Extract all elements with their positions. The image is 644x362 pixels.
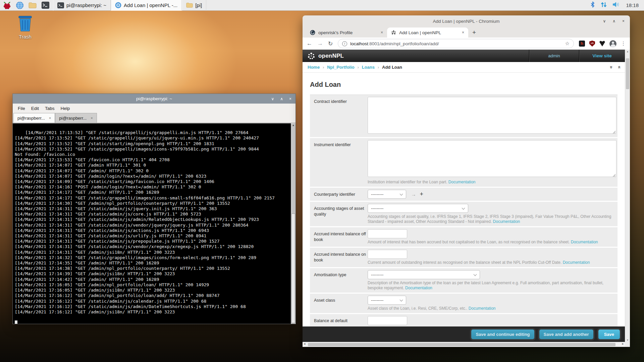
tab-close-icon[interactable]: × [462, 30, 464, 35]
address-bar[interactable]: i localhost:8001/admin/npl_portfolio/loa… [338, 39, 574, 48]
taskbar-window-terminal[interactable]: pi@raspberrypi: ~ [53, 0, 111, 11]
privacy-badger-icon[interactable] [599, 41, 605, 47]
tab-close-icon[interactable]: × [91, 116, 93, 120]
bookmark-star-icon[interactable]: ☆ [565, 41, 570, 47]
menu-help[interactable]: Help [58, 106, 73, 111]
terminal-output-area[interactable]: [14/Mar/2021 17:13:52] "GET /static/grap… [13, 123, 296, 324]
tab-close-icon[interactable]: × [49, 116, 51, 120]
browser-close-icon[interactable]: × [622, 19, 625, 23]
form-row-contract-identifier: Contract identifier [310, 95, 618, 138]
brand-name: openNPL [318, 53, 344, 59]
goto-related-icon[interactable]: → [411, 191, 416, 197]
resize-grip-icon[interactable] [612, 174, 615, 177]
scroll-up-icon[interactable]: ▲ [625, 50, 630, 53]
documentation-link[interactable]: Documentation [563, 260, 590, 265]
terminal-cursor [15, 320, 17, 324]
balance-at-default-input[interactable] [368, 316, 407, 325]
page-horizontal-scrollbar[interactable]: ◀ ▶ [303, 342, 625, 347]
expand-all-icon[interactable]: » [615, 66, 621, 68]
menu-tabs[interactable]: Tabs [42, 106, 58, 111]
form-main: Add Loan Contract identifier Instrument … [303, 73, 625, 328]
amortisation-type-select[interactable]: --------- [368, 270, 480, 279]
ublock-origin-icon[interactable]: ub [589, 41, 595, 47]
file-manager-launcher-icon[interactable] [28, 1, 37, 10]
back-icon[interactable]: ← [307, 40, 312, 47]
scroll-right-icon[interactable]: ▶ [622, 343, 624, 345]
documentation-link[interactable]: Documentation [469, 306, 496, 311]
horizontal-scrollbar-thumb[interactable] [308, 343, 615, 346]
save-button[interactable]: Save [598, 329, 620, 339]
terminal-tab-label: pi@raspberr... [59, 116, 87, 121]
documentation-link[interactable]: Documentation [448, 180, 476, 184]
asset-class-select[interactable]: --------- [368, 296, 406, 305]
taskbar-window-filemanager[interactable]: [pi] [182, 0, 206, 11]
site-header: openNPL admin View site [303, 50, 625, 62]
terminal-tab-1[interactable]: pi@raspberr... × [13, 113, 55, 123]
menu-file[interactable]: File [15, 106, 28, 111]
scroll-down-icon[interactable]: ▼ [625, 339, 630, 341]
browser-maximize-icon[interactable]: ∧ [612, 19, 615, 23]
tab-close-icon[interactable]: × [381, 30, 383, 35]
breadcrumb-npl-portfolio[interactable]: Npl_Portfolio [327, 65, 355, 70]
new-tab-button[interactable]: + [468, 29, 480, 38]
page-vertical-scrollbar[interactable]: ▲ ▼ [625, 50, 630, 342]
chevron-down-icon [400, 192, 403, 196]
terminal-window-title: pi@raspberrypi: ~ [13, 96, 296, 101]
form-submit-bar: Save and continue editing Save and add a… [303, 326, 625, 342]
forward-icon[interactable]: → [317, 40, 323, 47]
raspberry-menu-icon[interactable] [3, 1, 11, 10]
header-view-site-link[interactable]: View site [579, 50, 625, 62]
counterparty-identifier-select[interactable]: --------- [368, 190, 406, 199]
form-row-accrued-interest-off-book: Accrued interest balance off book Amount… [310, 227, 618, 248]
menu-edit[interactable]: Edit [28, 106, 42, 111]
documentation-link[interactable]: Documentation [405, 286, 432, 290]
contract-identifier-textarea[interactable] [368, 97, 616, 134]
scroll-up-icon[interactable]: ▲ [291, 124, 296, 127]
bluetooth-icon[interactable] [590, 1, 595, 9]
terminal-window: pi@raspberrypi: ~ ∨ ∧ × File Edit Tabs H… [12, 94, 296, 324]
brand[interactable]: openNPL [303, 52, 529, 60]
terminal-minimize-icon[interactable]: ∨ [271, 97, 274, 101]
opennpl-page: openNPL admin View site Home › Npl_Portf… [303, 50, 625, 342]
taskbar-window-chromium[interactable]: Add Loan | openNPL -... [111, 0, 182, 11]
instrument-identifier-textarea[interactable] [368, 140, 616, 177]
volume-icon[interactable] [612, 2, 621, 9]
save-and-continue-button[interactable]: Save and continue editing [471, 329, 534, 339]
https-everywhere-icon[interactable]: h [579, 41, 585, 47]
chevron-down-icon [474, 273, 477, 276]
terminal-close-icon[interactable]: × [289, 97, 291, 101]
browser-minimize-icon[interactable]: ∨ [603, 19, 606, 23]
save-and-add-another-button[interactable]: Save and add another [539, 329, 593, 339]
collapse-all-icon[interactable]: » [609, 66, 614, 68]
browser-titlebar[interactable]: Add Loan | openNPL - Chromium ∨ ∧ × [303, 15, 630, 27]
breadcrumb-loans[interactable]: Loans [362, 65, 375, 70]
network-updown-icon[interactable] [600, 2, 607, 9]
documentation-link[interactable]: Documentation [571, 240, 598, 244]
vertical-scrollbar-thumb[interactable] [626, 58, 629, 89]
terminal-scrollbar[interactable]: ▲ [291, 123, 296, 324]
page-info-icon[interactable]: i [342, 41, 347, 46]
scroll-left-icon[interactable]: ◀ [304, 343, 305, 345]
profile-avatar-icon[interactable] [609, 40, 616, 47]
browser-menu-icon[interactable]: ⋮ [621, 41, 626, 47]
terminal-launcher-icon[interactable] [41, 1, 50, 10]
terminal-maximize-icon[interactable]: ∧ [280, 97, 283, 101]
browser-tab-profile[interactable]: openrisk's Profile × [306, 27, 387, 38]
trash-desktop-icon[interactable]: Trash [12, 15, 38, 40]
accrued-interest-on-book-input[interactable] [368, 250, 407, 259]
terminal-scrollbar-thumb[interactable] [291, 214, 295, 323]
documentation-link[interactable]: Documentation [493, 219, 520, 224]
trash-label: Trash [12, 34, 38, 40]
terminal-tab-2[interactable]: pi@raspberr... × [55, 113, 97, 123]
breadcrumb-home[interactable]: Home [308, 65, 320, 70]
accounting-stages-select[interactable]: --------- [368, 204, 468, 213]
field-label: Contract identifier [314, 97, 368, 135]
web-browser-launcher-icon[interactable] [15, 1, 24, 10]
resize-grip-icon[interactable] [612, 130, 615, 133]
terminal-titlebar[interactable]: pi@raspberrypi: ~ ∨ ∧ × [13, 94, 296, 104]
add-related-icon[interactable]: + [420, 191, 423, 198]
accrued-interest-off-book-input[interactable] [368, 229, 407, 238]
reload-icon[interactable]: ↻ [328, 40, 333, 47]
browser-tab-addloan[interactable]: Add Loan | openNPL × [387, 27, 468, 38]
header-admin-link[interactable]: admin [529, 50, 579, 62]
